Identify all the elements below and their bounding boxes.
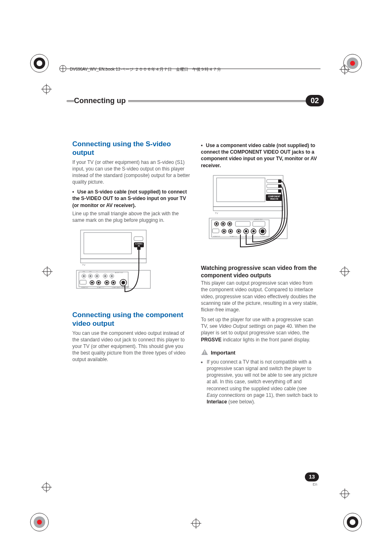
important-note-list: If you connect a TV that is not compatib… [207,359,319,405]
svg-text:VIDEO IN: VIDEO IN [270,198,278,200]
svg-text:OUT: OUT [127,286,129,288]
svg-point-5 [350,61,355,66]
svg-point-62 [91,282,93,284]
svg-text:HDMI OUT: HDMI OUT [81,287,88,288]
svg-point-8 [37,520,42,525]
warning-icon: ! [201,349,208,357]
svg-text:COMPONENT: COMPONENT [268,196,280,198]
svg-text:SCART 2 1: SCART 2 1 [97,287,104,288]
svg-point-11 [350,519,355,525]
svg-point-53 [104,275,106,277]
component-diagram: COMPONENT VIDEO IN TV AUDIO OUT [201,173,319,255]
svg-rect-77 [213,175,283,207]
svg-rect-76 [137,246,141,250]
svg-point-66 [106,282,108,284]
svg-text:HDMI OUT: HDMI OUT [213,236,220,237]
svg-point-55 [111,275,113,277]
file-header-text: DV696AV_WV_EN.book 13 ページ ２００６年４月７日 金曜日 … [70,67,221,72]
svg-text:TV: TV [215,212,218,214]
bullet-instruction: •Use a component video cable (not suppli… [201,142,319,169]
paragraph: To set up the player for use with a prog… [201,316,319,343]
svg-point-104 [238,230,240,232]
page-number-badge: 13 [305,472,319,481]
heading-svideo: Connecting using the S-video output [72,140,190,157]
svg-point-2 [37,60,42,66]
svg-text:!: ! [204,350,205,355]
svg-text:TV: TV [82,264,85,266]
crosshair-icon [339,488,350,499]
paragraph: If your TV (or other equipment) has an S… [72,159,190,186]
important-label: Important [211,350,235,356]
svg-text:PB: PB [83,271,85,273]
svg-rect-116 [278,180,281,183]
svg-rect-96 [253,221,265,226]
svg-text:SCART 2 1: SCART 2 1 [230,236,237,237]
paragraph: You can use the component video output i… [72,330,190,363]
crosshair-icon [41,482,52,493]
svg-point-51 [96,275,98,277]
svg-rect-60 [80,280,86,284]
crosshair-icon [41,84,52,94]
svg-rect-38 [134,237,143,241]
svg-point-110 [261,229,265,233]
svg-point-70 [122,281,125,285]
svg-rect-44 [76,270,150,288]
svg-rect-117 [278,184,281,188]
svg-point-102 [230,230,232,232]
svg-point-100 [223,230,225,232]
svideo-diagram: S-VIDEO IN TV PB PR Y AUDIO O [72,228,190,302]
important-callout: ! Important [201,349,319,357]
chapter-header: Connecting up 02 [72,95,319,107]
svg-point-68 [113,282,115,284]
left-column: Connecting using the S-video output If y… [72,140,190,405]
printer-mark-icon [30,53,49,73]
svg-text:PR: PR [89,271,92,273]
svg-text:S-VIDEO OUT: S-VIDEO OUT [260,236,269,237]
svg-point-64 [98,282,100,284]
svg-point-90 [216,223,218,225]
paragraph: This player can output progressive scan … [201,280,319,313]
svg-point-106 [245,230,247,233]
svg-text:Y: Y [97,271,98,273]
chapter-number-badge: 02 [306,95,324,106]
crosshair-icon [42,266,53,277]
svg-rect-98 [212,229,219,233]
svg-text:AUDIO OUT: AUDIO OUT [115,272,124,274]
printer-mark-icon [343,512,362,532]
paragraph: Line up the small triangle above the jac… [72,210,190,223]
right-column: •Use a component video cable (not suppli… [201,140,319,405]
chapter-title: Connecting up [74,97,128,105]
svg-rect-95 [235,221,250,226]
svg-rect-37 [84,233,131,254]
svg-point-92 [222,223,224,225]
svg-rect-42 [81,259,146,263]
svg-point-47 [83,275,85,277]
crosshair-icon [339,266,350,277]
svg-rect-78 [217,178,265,202]
page-language-label: En [313,482,317,486]
svg-point-49 [90,275,92,277]
crosshair-icon [191,518,201,529]
svg-rect-85 [213,207,283,211]
list-item: If you connect a TV that is not compatib… [207,359,319,405]
printer-mark-icon [30,512,49,532]
svg-point-94 [229,223,231,225]
book-icon [59,65,67,72]
svg-rect-118 [278,189,281,193]
bullet-instruction: •Use an S-video cable (not supplied) to … [72,189,190,209]
heading-progressive: Watching progressive scan video from the… [201,264,319,279]
svg-point-108 [252,230,255,233]
crosshair-icon [339,64,350,75]
heading-component: Connecting using the component video out… [72,311,190,328]
svg-text:AUDIO OUT: AUDIO OUT [254,219,263,221]
